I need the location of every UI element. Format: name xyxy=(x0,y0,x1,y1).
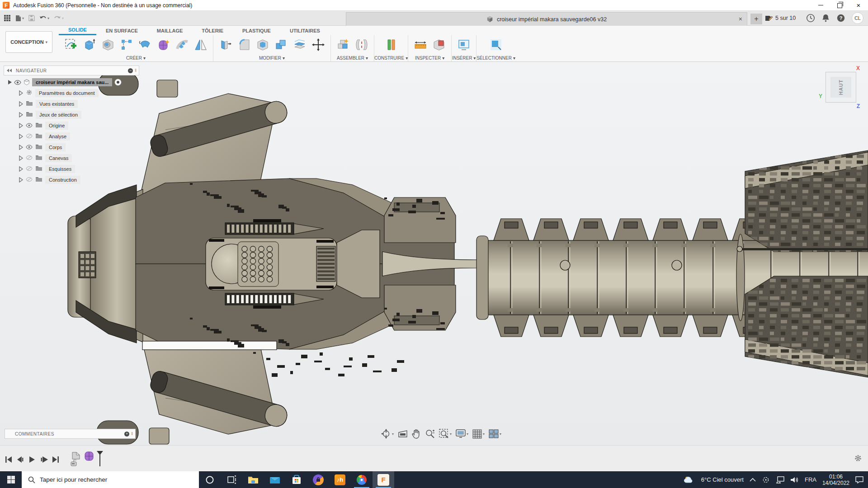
group-create-label[interactable]: CRÉER▾ xyxy=(126,54,146,61)
root-document-label[interactable]: croiseur impérial makara sau... xyxy=(32,78,112,86)
chrome-button[interactable] xyxy=(351,471,373,488)
close-button[interactable]: × xyxy=(849,0,868,10)
navigator-item-label[interactable]: Jeux de sélection xyxy=(36,111,81,119)
tab-en-surface[interactable]: EN SURFACE xyxy=(96,26,147,35)
comments-panel[interactable]: COMMENTAIRES +‖ xyxy=(5,429,136,439)
weather-text[interactable]: 6°C Ciel couvert xyxy=(701,476,744,483)
navigator-item-label[interactable]: Construction xyxy=(45,176,80,184)
expand-triangle-icon[interactable] xyxy=(19,101,23,107)
timeline-skip-start-button[interactable] xyxy=(5,455,13,464)
viewports-button[interactable]: ▾ xyxy=(489,429,501,438)
tab-maillage[interactable]: MAILLAGE xyxy=(147,26,192,35)
navigator-item[interactable]: Analyse xyxy=(19,131,139,141)
joint-button[interactable] xyxy=(354,37,369,52)
navigator-item[interactable]: Paramètres du document xyxy=(19,88,139,98)
pattern-button[interactable] xyxy=(119,37,134,52)
timeline-step-forward-button[interactable] xyxy=(40,455,48,464)
visibility-off-icon[interactable] xyxy=(26,155,33,160)
visibility-off-icon[interactable] xyxy=(26,177,33,182)
timeline-playhead[interactable] xyxy=(97,451,103,466)
navigator-item[interactable]: Esquisses xyxy=(19,164,139,174)
form-button[interactable] xyxy=(156,37,171,52)
weather-icon[interactable] xyxy=(684,476,695,484)
user-avatar[interactable]: CL xyxy=(852,12,863,24)
privacy-browser-button[interactable] xyxy=(307,471,329,488)
construction-plane-button[interactable] xyxy=(383,37,399,52)
navigator-item[interactable]: Construction xyxy=(19,175,139,185)
restore-button[interactable] xyxy=(830,0,849,10)
tray-chevron-icon[interactable] xyxy=(750,478,756,482)
history-clock-icon[interactable] xyxy=(806,14,815,23)
expand-triangle-icon[interactable] xyxy=(19,145,23,150)
wireless-display-icon[interactable] xyxy=(762,476,770,483)
group-select-label[interactable]: SÉLECTIONNER▾ xyxy=(476,54,515,61)
zoom-button[interactable] xyxy=(425,429,435,439)
navigator-root-item[interactable]: croiseur impérial makara sau... xyxy=(8,78,139,86)
press-pull-button[interactable] xyxy=(218,37,233,52)
fillet-button[interactable] xyxy=(236,37,252,52)
expand-triangle-icon[interactable] xyxy=(19,123,23,128)
navigator-item[interactable]: Canevas xyxy=(19,153,139,163)
undo-button[interactable]: ▾ xyxy=(39,15,49,21)
new-component-button[interactable] xyxy=(335,37,351,52)
redo-button[interactable]: ▾ xyxy=(54,15,64,21)
document-tab[interactable]: croiseur impérial makara sauvegarde06 v3… xyxy=(346,12,747,26)
expand-triangle-icon[interactable] xyxy=(19,155,23,161)
timeline-play-button[interactable] xyxy=(28,455,36,464)
orbit-button[interactable]: ▾ xyxy=(381,429,394,439)
measure-button[interactable] xyxy=(413,37,428,52)
navigator-item-label[interactable]: Corps xyxy=(45,143,66,151)
comments-grip[interactable]: ‖ xyxy=(131,432,133,436)
group-construct-label[interactable]: CONSTRUIRE▾ xyxy=(374,54,408,61)
visibility-off-icon[interactable] xyxy=(26,133,33,139)
navigator-header[interactable]: NAVIGATEUR −‖ xyxy=(4,66,139,75)
group-insert-label[interactable]: INSÉRER▾ xyxy=(452,54,476,61)
extrude-button[interactable] xyxy=(82,37,97,52)
move-copy-button[interactable] xyxy=(311,37,326,52)
timeline-skip-end-button[interactable] xyxy=(52,455,60,464)
volume-icon[interactable] xyxy=(790,476,799,483)
action-center-icon[interactable] xyxy=(855,476,863,483)
app-grid-button[interactable] xyxy=(4,14,11,22)
help-icon[interactable]: ? xyxy=(836,14,845,23)
task-view-button[interactable] xyxy=(221,471,242,488)
mirror-button[interactable] xyxy=(193,37,208,52)
expand-triangle-icon[interactable] xyxy=(19,166,23,172)
expand-triangle-icon[interactable] xyxy=(19,177,23,183)
file-menu-button[interactable]: ▾ xyxy=(15,15,24,22)
grid-snap-button[interactable]: ▾ xyxy=(472,429,485,439)
expanded-triangle-icon[interactable] xyxy=(8,80,12,84)
offset-face-button[interactable] xyxy=(292,37,307,52)
comments-expand-icon[interactable]: + xyxy=(124,432,129,436)
pan-button[interactable] xyxy=(412,429,421,439)
display-settings-button[interactable]: ▾ xyxy=(456,429,468,438)
navigator-item[interactable]: Jeux de sélection xyxy=(19,110,139,120)
fusion360-taskbar-button[interactable]: F xyxy=(373,471,394,488)
timeline-step-back-button[interactable] xyxy=(16,455,24,464)
group-modify-label[interactable]: MODIFIER▾ xyxy=(259,54,285,61)
cortana-button[interactable] xyxy=(199,471,221,488)
group-inspect-label[interactable]: INSPECTER▾ xyxy=(415,54,444,61)
tab-solide[interactable]: SOLIDE xyxy=(59,26,96,35)
eye-icon[interactable] xyxy=(14,80,21,85)
create-sketch-button[interactable] xyxy=(63,37,79,52)
group-assemble-label[interactable]: ASSEMBLER▾ xyxy=(337,54,368,61)
visibility-on-icon[interactable] xyxy=(26,123,33,128)
navigator-item-label[interactable]: Paramètres du document xyxy=(35,89,99,97)
navigator-item[interactable]: Vues existantes xyxy=(19,99,139,109)
navigator-item-label[interactable]: Esquisses xyxy=(45,165,75,173)
thicken-button[interactable] xyxy=(175,37,190,52)
shell-button[interactable] xyxy=(255,37,270,52)
minimize-button[interactable] xyxy=(811,0,830,10)
save-button[interactable] xyxy=(28,15,35,21)
language-indicator[interactable]: FRA xyxy=(805,476,816,483)
navigator-item-label[interactable]: Canevas xyxy=(45,154,72,162)
navigator-item-label[interactable]: Analyse xyxy=(45,132,70,141)
revolve-button[interactable] xyxy=(137,37,153,52)
look-at-button[interactable] xyxy=(398,430,408,438)
fit-button[interactable]: ▾ xyxy=(439,429,452,439)
combine-button[interactable] xyxy=(274,37,289,52)
timeline-settings-gear-icon[interactable] xyxy=(854,454,863,463)
music-app-button[interactable]: ♪h xyxy=(329,471,351,488)
3d-viewport[interactable]: NAVIGATEUR −‖ croiseur impérial makara s… xyxy=(0,62,868,445)
